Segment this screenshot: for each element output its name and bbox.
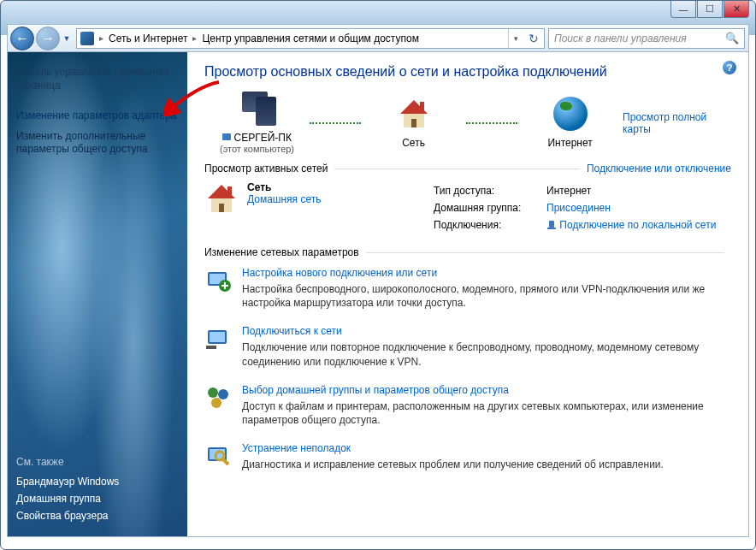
label-access-type: Тип доступа: (428, 183, 540, 198)
chevron-right-icon: ▸ (97, 33, 105, 43)
value-access-type: Интернет (541, 183, 721, 198)
refresh-button[interactable]: ↻ (523, 32, 544, 45)
content-pane: ? Просмотр основных сведений о сети и на… (187, 52, 748, 536)
close-icon: ✕ (733, 3, 741, 15)
nav-forward-button[interactable]: → (36, 27, 60, 50)
homegroup-link[interactable]: Присоединен (546, 202, 611, 214)
help-icon[interactable]: ? (723, 61, 736, 74)
troubleshoot-icon (204, 442, 232, 470)
map-this-pc: СЕРГЕЙ-ПК (этот компьютер) (204, 92, 310, 154)
label-homegroup: Домашняя группа: (428, 200, 540, 216)
map-connector (310, 115, 361, 131)
sidebar-see-also: См. также Брандмауэр Windows Домашняя гр… (16, 456, 119, 524)
network-type-link[interactable]: Домашняя сеть (247, 193, 321, 205)
divider (334, 169, 580, 169)
breadcrumb-item[interactable]: Сеть и Интернет (105, 33, 191, 44)
map-network: Сеть (361, 97, 466, 149)
task-title[interactable]: Настройка нового подключения или сети (242, 267, 731, 279)
minimize-icon: — (679, 4, 688, 15)
breadcrumb-item[interactable]: Центр управления сетями и общим доступом (198, 33, 422, 44)
house-icon (397, 97, 431, 131)
see-also-header: См. также (16, 456, 119, 468)
change-settings-header: Изменение сетевых параметров (204, 246, 731, 258)
active-networks-header: Просмотр активных сетей Подключение или … (204, 163, 731, 174)
svg-rect-6 (547, 228, 556, 229)
titlebar-buttons: — ☐ ✕ (670, 1, 749, 18)
svg-rect-5 (549, 221, 554, 228)
change-settings-label: Изменение сетевых параметров (204, 246, 359, 258)
task-desc: Диагностика и исправление сетевых пробле… (242, 458, 664, 471)
new-connection-icon (204, 267, 232, 294)
search-icon: 🔍 (725, 32, 739, 44)
see-also-homegroup[interactable]: Домашняя группа (16, 490, 119, 507)
task-desc: Подключение или повторное подключение к … (242, 340, 731, 368)
label-connections: Подключения: (428, 217, 540, 233)
active-networks-label: Просмотр активных сетей (204, 163, 328, 174)
maximize-button[interactable]: ☐ (697, 1, 723, 18)
lan-icon (546, 220, 557, 230)
globe-icon (553, 97, 588, 131)
body: Панель управления - домашняя страница Из… (7, 52, 749, 537)
svg-point-14 (218, 389, 228, 399)
full-map-link[interactable]: Просмотр полной карты (623, 111, 731, 135)
minimize-button[interactable]: — (670, 1, 696, 18)
page-title: Просмотр основных сведений о сети и наст… (204, 64, 731, 80)
sidebar-sharing-settings-link[interactable]: Изменить дополнительные параметры общего… (16, 127, 179, 160)
svg-point-15 (211, 398, 221, 408)
maximize-icon: ☐ (706, 3, 714, 15)
map-pc-sub: (этот компьютер) (204, 144, 310, 154)
map-internet: Интернет (517, 97, 623, 149)
svg-rect-0 (222, 133, 231, 140)
map-internet-label: Интернет (517, 137, 623, 149)
see-also-firewall[interactable]: Брандмауэр Windows (16, 473, 119, 490)
pc-icon (237, 92, 278, 126)
map-net-label: Сеть (361, 137, 466, 149)
task-homegroup: Выбор домашней группы и параметров общег… (204, 384, 731, 427)
task-desc: Доступ к файлам и принтерам, расположенн… (242, 399, 731, 427)
sidebar-adapter-settings-link[interactable]: Изменение параметров адаптера (16, 106, 179, 127)
divider (366, 252, 724, 253)
chevron-right-icon: ▸ (191, 33, 198, 43)
task-troubleshoot: Устранение неполадок Диагностика и испра… (204, 442, 731, 471)
window-frame: — ☐ ✕ ← → ▼ ▸ Сеть и Интернет ▸ Центр уп… (0, 0, 756, 550)
toolbar: ← → ▼ ▸ Сеть и Интернет ▸ Центр управлен… (7, 24, 749, 52)
svg-point-13 (208, 387, 218, 398)
search-input[interactable]: Поиск в панели управления 🔍 (548, 28, 745, 49)
control-panel-icon (80, 32, 94, 45)
task-desc: Настройка беспроводного, широкополосного… (242, 282, 731, 310)
svg-rect-11 (210, 332, 225, 342)
svg-rect-4 (219, 204, 224, 212)
nav-back-button[interactable]: ← (10, 27, 34, 50)
close-button[interactable]: ✕ (724, 1, 749, 18)
task-new-connection: Настройка нового подключения или сети На… (204, 267, 731, 310)
task-title[interactable]: Устранение неполадок (242, 442, 664, 454)
svg-rect-2 (411, 119, 416, 127)
connect-disconnect-link[interactable]: Подключение или отключение (587, 163, 731, 174)
active-network-item: Сеть Домашняя сеть Тип доступа: Интернет… (204, 181, 731, 234)
network-map: СЕРГЕЙ-ПК (этот компьютер) Сеть Интернет… (204, 92, 731, 154)
task-title[interactable]: Подключиться к сети (242, 325, 731, 337)
connection-link[interactable]: Подключение по локальной сети (559, 219, 716, 231)
address-bar[interactable]: ▸ Сеть и Интернет ▸ Центр управления сет… (76, 28, 545, 49)
svg-rect-12 (206, 346, 216, 349)
network-name: Сеть (247, 181, 321, 193)
task-title[interactable]: Выбор домашней группы и параметров общег… (242, 384, 731, 396)
map-connector (466, 115, 517, 131)
homegroup-icon (204, 384, 232, 411)
search-placeholder: Поиск в панели управления (554, 33, 687, 44)
network-details-table: Тип доступа: Интернет Домашняя группа: П… (427, 181, 723, 234)
sidebar: Панель управления - домашняя страница Из… (8, 52, 187, 536)
address-dropdown[interactable]: ▾ (508, 29, 523, 48)
sidebar-home-link[interactable]: Панель управления - домашняя страница (16, 62, 179, 96)
monitor-badge-icon (222, 133, 231, 142)
house-icon (204, 181, 239, 216)
nav-history-dropdown[interactable]: ▼ (61, 34, 73, 43)
see-also-browser[interactable]: Свойства браузера (16, 507, 119, 524)
map-pc-name: СЕРГЕЙ-ПК (204, 132, 310, 144)
connect-icon (204, 325, 232, 352)
task-connect: Подключиться к сети Подключение или повт… (204, 325, 731, 368)
